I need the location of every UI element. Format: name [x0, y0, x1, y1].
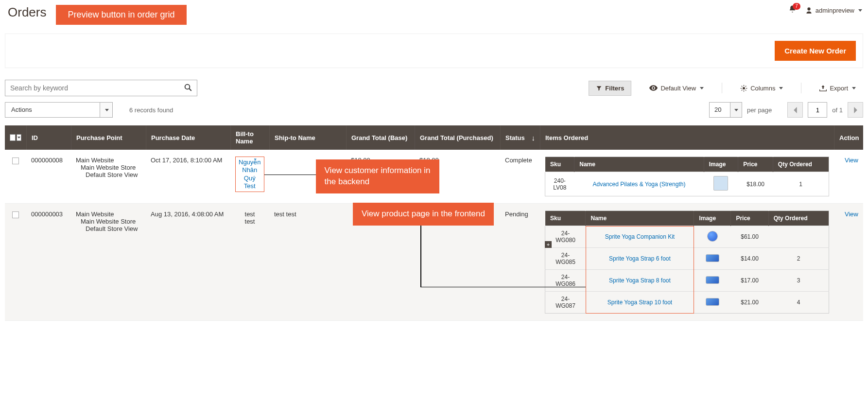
items-row: 24-WG087Sprite Yoga Strap 10 foot$21.004 [545, 292, 829, 314]
items-row: 24-WG080+Sprite Yoga Companion Kit$61.00 [545, 226, 829, 248]
item-image [694, 292, 731, 314]
items-row: 240-LV08Advanced Pilates & Yoga (Strengt… [545, 172, 829, 196]
column-grand-total-base[interactable]: Grand Total (Base) [346, 125, 415, 150]
user-menu[interactable]: adminpreview [805, 7, 862, 14]
create-new-order-button[interactable]: Create New Order [775, 41, 856, 61]
notifications-button[interactable]: 7 [788, 5, 797, 16]
per-page-value: 20 [710, 103, 730, 117]
items-col-image[interactable]: Image [704, 157, 738, 172]
product-thumbnail [706, 298, 719, 306]
svg-point-2 [743, 87, 745, 89]
username-label: adminpreview [816, 7, 854, 14]
item-image [704, 172, 738, 196]
chevron-down-icon [105, 109, 109, 111]
grand-total-purchased [415, 210, 500, 314]
column-id[interactable]: ID [26, 125, 71, 150]
annotation-line [264, 175, 316, 175]
grand-total-base [346, 210, 415, 314]
item-name-link[interactable]: Sprite Yoga Strap 6 foot [586, 248, 694, 270]
items-col-sku[interactable]: Sku [545, 211, 586, 226]
items-col-qty[interactable]: Qty Ordered [768, 211, 829, 226]
order-id: 000000008 [26, 157, 71, 196]
items-col-sku[interactable]: Sku [545, 157, 574, 172]
records-found-text: 6 records found [129, 106, 173, 114]
items-col-price[interactable]: Price [731, 211, 768, 226]
items-col-price[interactable]: Price [738, 157, 773, 172]
notification-count-badge: 7 [793, 3, 800, 10]
items-col-image[interactable]: Image [694, 211, 731, 226]
items-col-name[interactable]: Name [574, 157, 704, 172]
column-ship-to[interactable]: Ship-to Name [269, 125, 346, 150]
per-page-dropdown-toggle[interactable] [730, 103, 742, 117]
purchase-date: Oct 17, 2016, 8:10:00 AM [146, 157, 230, 196]
annotation-line [420, 226, 421, 287]
actions-label: Actions [5, 103, 100, 117]
export-label: Export [830, 85, 848, 92]
view-order-link[interactable]: View [845, 210, 858, 218]
callout-product-page: View product page in the frontend [353, 203, 494, 226]
callout-customer-info: View customer information inthe backend [316, 159, 439, 193]
default-view-button[interactable]: Default View [642, 81, 711, 96]
column-purchase-date[interactable]: Purchase Date [146, 125, 230, 150]
export-icon [819, 85, 827, 91]
purchase-date: Aug 13, 2016, 4:08:00 AM [146, 210, 230, 314]
product-thumbnail [706, 254, 719, 262]
item-name-link[interactable]: Sprite Yoga Strap 8 foot [586, 270, 694, 292]
select-all-checkbox[interactable] [10, 134, 16, 141]
default-view-label: Default View [660, 85, 696, 92]
items-col-name[interactable]: Name [586, 211, 694, 226]
filters-label: Filters [605, 85, 624, 92]
page-number-input[interactable] [808, 102, 827, 118]
select-all-header[interactable] [5, 125, 26, 150]
row-checkbox[interactable] [12, 158, 19, 164]
columns-label: Columns [750, 85, 775, 92]
filters-button[interactable]: Filters [589, 81, 631, 96]
eye-icon [649, 85, 658, 91]
item-name-link[interactable]: Sprite Yoga Companion Kit [586, 226, 694, 248]
product-thumbnail [706, 276, 719, 284]
item-image [694, 248, 731, 270]
status-header-label: Status [505, 134, 525, 141]
column-items-ordered[interactable]: Items Ordered [540, 125, 834, 150]
item-qty: 1 [773, 172, 829, 196]
column-grand-total-purchased[interactable]: Grand Total (Purchased) [415, 125, 500, 150]
search-input[interactable] [5, 80, 197, 96]
item-sku: 24-WG085 [545, 248, 586, 270]
prev-page-button[interactable] [787, 102, 803, 118]
bill-to-name: NguyễnNhânQuýTest [230, 157, 269, 196]
chevron-right-icon [853, 107, 858, 113]
column-purchase-point[interactable]: Purchase Point [71, 125, 146, 150]
item-name-link[interactable]: Advanced Pilates & Yoga (Strength) [574, 172, 704, 196]
items-col-qty[interactable]: Qty Ordered [773, 157, 829, 172]
item-image [694, 270, 731, 292]
item-image [694, 226, 731, 248]
actions-dropdown-toggle[interactable] [100, 103, 112, 117]
purchase-point: Main WebsiteMain Website StoreDefault St… [71, 210, 146, 314]
items-table: SkuNameImagePriceQty Ordered24-WG080+Spr… [545, 210, 829, 314]
export-button[interactable]: Export [812, 81, 863, 96]
view-order-link[interactable]: View [845, 157, 858, 164]
columns-button[interactable]: Columns [733, 81, 790, 96]
item-price: $61.00 [731, 226, 768, 248]
item-sku: 24-WG087 [545, 292, 586, 314]
search-icon[interactable] [184, 83, 192, 94]
row-checkbox[interactable] [12, 211, 19, 218]
item-qty: 2 [768, 248, 829, 270]
purchase-point: Main WebsiteMain Website StoreDefault St… [71, 157, 146, 196]
page-title: Orders [8, 5, 46, 20]
annotation-line [420, 287, 586, 288]
chevron-down-icon [852, 87, 856, 89]
items-row: 24-WG086Sprite Yoga Strap 8 foot$17.003 [545, 270, 829, 292]
bill-to-customer-link[interactable]: NguyễnNhânQuýTest [235, 157, 264, 192]
per-page-select[interactable]: 20 [709, 102, 742, 118]
sort-arrow-icon: ↓ [532, 134, 536, 142]
select-all-dropdown[interactable] [17, 134, 21, 141]
next-page-button[interactable] [848, 102, 863, 118]
actions-select[interactable]: Actions [5, 102, 113, 118]
column-bill-to[interactable]: Bill-to Name [230, 125, 269, 150]
svg-point-0 [185, 85, 190, 89]
item-name-link[interactable]: Sprite Yoga Strap 10 foot [586, 292, 694, 314]
column-status[interactable]: Status ↓ [500, 125, 540, 150]
item-price: $18.00 [738, 172, 773, 196]
expand-row-button[interactable]: + [545, 241, 552, 248]
